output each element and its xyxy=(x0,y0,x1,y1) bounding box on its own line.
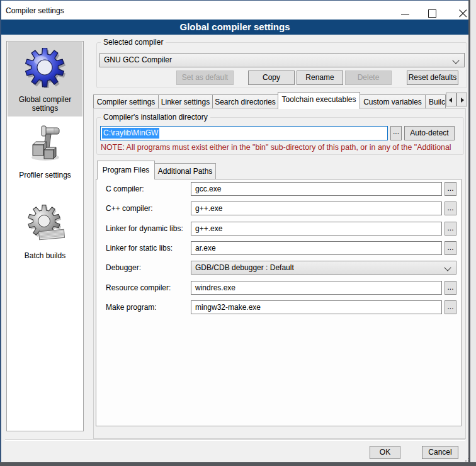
close-icon xyxy=(458,9,468,18)
install-dir-selected-text: C:\raylib\MinGW xyxy=(102,128,159,139)
tab-compiler-settings[interactable]: Compiler settings xyxy=(93,94,159,109)
tab-toolchain-executables[interactable]: Toolchain executables xyxy=(278,92,360,109)
cpp-compiler-browse-button[interactable]: ... xyxy=(445,202,456,215)
debugger-dropdown[interactable]: GDB/CDB debugger : Default xyxy=(191,261,456,275)
tab-scroll-right-button[interactable] xyxy=(456,93,467,106)
install-dir-note: NOTE: All programs must exist either in … xyxy=(101,143,461,152)
reset-defaults-button[interactable]: Reset defaults xyxy=(407,71,458,85)
tab-additional-paths[interactable]: Additional Paths xyxy=(154,163,216,179)
minimize-icon xyxy=(401,14,409,15)
cpp-compiler-label: C++ compiler: xyxy=(106,204,153,213)
sidebar-item-profiler-settings[interactable]: Profiler settings xyxy=(8,123,82,181)
debugger-value: GDB/CDB debugger : Default xyxy=(195,263,294,272)
debugger-label: Debugger: xyxy=(106,263,141,272)
make-program-input[interactable]: mingw32-make.exe xyxy=(191,300,442,314)
blue-gear-icon xyxy=(25,48,65,88)
dynamic-linker-input[interactable]: g++.exe xyxy=(191,222,442,236)
copy-button[interactable]: Copy xyxy=(248,71,295,85)
window-border xyxy=(0,0,470,1)
sidebar-item-global-compiler-settings[interactable]: Global compiler settings xyxy=(8,42,82,116)
sidebar-item-label: Global compiler settings xyxy=(8,95,82,113)
resource-compiler-input[interactable]: windres.exe xyxy=(191,281,442,295)
sidebar-item-label: Batch builds xyxy=(8,251,82,260)
cpp-compiler-input[interactable]: g++.exe xyxy=(191,202,442,215)
chevron-down-icon xyxy=(444,264,451,271)
cancel-button[interactable]: Cancel xyxy=(422,446,458,459)
caliper-icon xyxy=(25,123,65,164)
chevron-down-icon xyxy=(452,57,459,64)
dynamic-linker-label: Linker for dynamic libs: xyxy=(106,224,183,233)
window-title: Compiler settings xyxy=(6,1,64,20)
window-shadow xyxy=(0,462,476,466)
selected-compiler-value: GNU GCC Compiler xyxy=(104,55,172,64)
tab-search-directories[interactable]: Search directories xyxy=(212,94,278,109)
resource-compiler-browse-button[interactable]: ... xyxy=(445,281,456,295)
install-dir-input[interactable]: C:\raylib\MinGW xyxy=(100,126,388,140)
tab-scroll-left-button[interactable] xyxy=(446,93,456,106)
tab-custom-variables[interactable]: Custom variables xyxy=(360,94,426,109)
rename-button[interactable]: Rename xyxy=(297,71,343,85)
c-compiler-label: C compiler: xyxy=(106,185,144,193)
gray-gear-stack-icon xyxy=(25,205,65,245)
auto-detect-button[interactable]: Auto-detect xyxy=(404,126,455,140)
minimize-button[interactable] xyxy=(388,1,417,20)
static-linker-browse-button[interactable]: ... xyxy=(445,241,456,255)
set-as-default-button[interactable]: Set as default xyxy=(176,71,234,85)
resource-compiler-label: Resource compiler: xyxy=(106,283,171,292)
settings-category-list: Global compiler settings xyxy=(6,41,84,431)
static-linker-label: Linker for static libs: xyxy=(106,244,173,253)
make-program-browse-button[interactable]: ... xyxy=(445,300,456,314)
tab-program-files[interactable]: Program Files xyxy=(97,161,155,179)
install-dir-group-label: Compiler's installation directory xyxy=(101,113,210,122)
left-arrow-icon xyxy=(449,98,452,103)
tab-build-options[interactable]: Builc xyxy=(425,94,446,109)
sidebar-item-label: Profiler settings xyxy=(8,171,82,179)
dialog-banner: Global compiler settings xyxy=(1,20,468,35)
dynamic-linker-browse-button[interactable]: ... xyxy=(445,222,456,236)
c-compiler-browse-button[interactable]: ... xyxy=(445,182,456,196)
static-linker-input[interactable]: ar.exe xyxy=(191,241,442,255)
dialog-window: Compiler settings Global compiler settin… xyxy=(0,0,470,462)
sidebar-item-batch-builds[interactable]: Batch builds xyxy=(8,202,82,260)
c-compiler-input[interactable]: gcc.exe xyxy=(191,182,442,196)
delete-button[interactable]: Delete xyxy=(345,71,392,85)
right-arrow-icon xyxy=(461,98,464,103)
tab-linker-settings[interactable]: Linker settings xyxy=(158,94,213,109)
selected-compiler-dropdown[interactable]: GNU GCC Compiler xyxy=(99,53,465,67)
browse-install-dir-button[interactable]: ... xyxy=(390,126,402,140)
ok-button[interactable]: OK xyxy=(370,446,400,459)
selected-compiler-group-label: Selected compiler xyxy=(101,38,166,47)
make-program-label: Make program: xyxy=(106,303,157,312)
maximize-icon xyxy=(428,9,436,18)
